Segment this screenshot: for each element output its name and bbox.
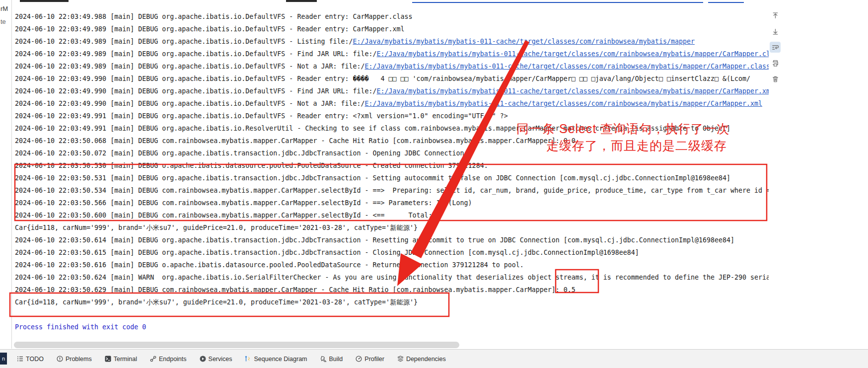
console-line: 2024-06-10 22:03:50.531 [main] DEBUG org…	[15, 172, 769, 184]
console-line: 2024-06-10 22:03:50.600 [main] DEBUG com…	[15, 209, 769, 221]
log-text: 2024-06-10 22:03:50.615 [main] DEBUG org…	[15, 249, 639, 256]
cutoff-link-underline	[412, 2, 703, 3]
log-text: 2024-06-10 22:03:49.988 [main] DEBUG org…	[15, 13, 413, 20]
log-text: 2024-06-10 22:03:49.989 [main] DEBUG org…	[15, 38, 353, 45]
console-output: 2024-06-10 22:03:49.988 [main] DEBUG org…	[15, 10, 769, 338]
tab-build[interactable]: Build	[320, 356, 343, 363]
console-line: 2024-06-10 22:03:49.989 [main] DEBUG org…	[15, 60, 769, 73]
log-text: Car{id=118, carNum='999', brand='小米su7',…	[15, 298, 418, 306]
log-text: Car{id=118, carNum='999', brand='小米su7',…	[15, 224, 418, 231]
log-text: 2024-06-10 22:03:49.990 [main] DEBUG org…	[15, 100, 364, 107]
services-icon	[200, 356, 206, 362]
console-line: Car{id=118, carNum='999', brand='小米su7',…	[15, 221, 769, 234]
console-line: 2024-06-10 22:03:49.989 [main] DEBUG org…	[15, 48, 769, 60]
log-text: 2024-06-10 22:03:50.072 [main] DEBUG org…	[15, 149, 464, 157]
file-path-link[interactable]: E:/Java/mybatis/mybatis/mybatis-011-cach…	[377, 87, 769, 95]
log-text: 2024-06-10 22:03:50.531 [main] DEBUG org…	[15, 174, 730, 182]
status-bar: TODO Problems Terminal Endpoints Service…	[0, 349, 868, 368]
console-left-divider	[11, 0, 12, 349]
cutoff-log-fragment	[286, 0, 317, 2]
cutoff-text-fragment: te	[0, 18, 6, 25]
tab-terminal[interactable]: Terminal	[105, 356, 137, 363]
file-path-link[interactable]: E:/Java/mybatis/mybatis/mybatis-011-cach…	[364, 100, 762, 107]
console-line: 2024-06-10 22:03:50.530 [main] DEBUG o.a…	[15, 159, 769, 172]
log-text: 2024-06-10 22:03:50.068 [main] DEBUG com…	[15, 137, 576, 145]
console-line: 2024-06-10 22:03:50.624 [main] WARN org.…	[15, 271, 769, 284]
log-text: 2024-06-10 22:03:50.616 [main] DEBUG o.a…	[15, 261, 524, 269]
log-text: 2024-06-10 22:03:50.614 [main] DEBUG org…	[15, 236, 734, 244]
soft-wrap-icon[interactable]	[770, 42, 781, 53]
console-line: 2024-06-10 22:03:50.534 [main] DEBUG com…	[15, 184, 769, 197]
log-text: 2024-06-10 22:03:50.624 [main] WARN org.…	[15, 274, 769, 281]
cutoff-link-underline	[708, 2, 744, 3]
log-text: 2024-06-10 22:03:50.629 [main] DEBUG com…	[15, 286, 576, 294]
file-path-link[interactable]: E:/Java/mybatis/mybatis/mybatis-011-cach…	[353, 38, 694, 45]
file-path-link[interactable]: E:/Java/mybatis/mybatis/mybatis-011-cach…	[377, 50, 769, 58]
tab-endpoints[interactable]: Endpoints	[150, 356, 187, 363]
tab-todo[interactable]: TODO	[17, 356, 44, 363]
scroll-down-icon[interactable]	[770, 26, 781, 37]
log-text: 2024-06-10 22:03:49.991 [main] DEBUG org…	[15, 112, 508, 120]
tab-sequence-diagram[interactable]: Sequence Diagram	[245, 356, 307, 363]
log-text: 2024-06-10 22:03:49.989 [main] DEBUG org…	[15, 63, 364, 70]
log-text: Process finished with exit code 0	[15, 323, 146, 331]
console-line: 2024-06-10 22:03:49.990 [main] DEBUG org…	[15, 73, 769, 85]
log-text: 2024-06-10 22:03:50.566 [main] DEBUG com…	[15, 199, 472, 207]
print-icon[interactable]	[770, 58, 781, 69]
console-line: 2024-06-10 22:03:50.629 [main] DEBUG com…	[15, 284, 769, 296]
tool-window-buttons: TODO Problems Terminal Endpoints Service…	[17, 350, 446, 368]
dependencies-icon	[397, 356, 404, 362]
cutoff-log-fragment	[20, 0, 69, 2]
scroll-up-icon[interactable]	[770, 10, 781, 21]
sequence-diagram-icon	[245, 356, 251, 362]
cutoff-tab-fragment: n	[0, 353, 7, 365]
process-finished-line: Process finished with exit code 0	[15, 321, 769, 333]
console-line: 2024-06-10 22:03:50.616 [main] DEBUG o.a…	[15, 259, 769, 271]
console-line: 2024-06-10 22:03:49.990 [main] DEBUG org…	[15, 97, 769, 110]
annotation-note-1: 同一条 Select 查询语句，执行了一次	[516, 121, 729, 137]
tab-services[interactable]: Services	[200, 356, 232, 363]
console-line: 2024-06-10 22:03:50.566 [main] DEBUG com…	[15, 197, 769, 209]
horizontal-scrollbar[interactable]	[14, 342, 459, 348]
endpoints-icon	[150, 356, 156, 362]
tab-problems[interactable]: Problems	[57, 356, 92, 363]
console-line	[15, 308, 769, 321]
problems-icon	[57, 356, 63, 362]
ide-console-window: { "colors": { "annotation_red": "#e8271e…	[0, 0, 868, 368]
log-text: 2024-06-10 22:03:50.534 [main] DEBUG com…	[15, 187, 769, 194]
tab-profiler[interactable]: Profiler	[356, 356, 384, 363]
console-line: 2024-06-10 22:03:50.614 [main] DEBUG org…	[15, 234, 769, 246]
console-line: 2024-06-10 22:03:49.988 [main] DEBUG org…	[15, 10, 769, 23]
console-line: 2024-06-10 22:03:49.989 [main] DEBUG org…	[15, 23, 769, 35]
log-text: 2024-06-10 22:03:50.600 [main] DEBUG com…	[15, 212, 440, 219]
tab-dependencies[interactable]: Dependencies	[397, 356, 446, 363]
log-text: 2024-06-10 22:03:50.530 [main] DEBUG o.a…	[15, 162, 488, 169]
terminal-icon	[105, 356, 111, 362]
todo-icon	[17, 356, 23, 362]
annotation-note-2: 走缓存了，而且走的是二级缓存	[546, 138, 727, 154]
build-icon	[320, 356, 327, 362]
log-text: 2024-06-10 22:03:49.989 [main] DEBUG org…	[15, 25, 405, 33]
console-line: Car{id=118, carNum='999', brand='小米su7',…	[15, 296, 769, 308]
clear-all-icon[interactable]	[770, 74, 781, 84]
console-toolbar	[769, 10, 782, 84]
console-line: 2024-06-10 22:03:49.990 [main] DEBUG org…	[15, 85, 769, 97]
console-line: 2024-06-10 22:03:49.989 [main] DEBUG org…	[15, 35, 769, 48]
file-path-link[interactable]: E:/Java/mybatis/mybatis/mybatis-011-cach…	[364, 63, 769, 70]
cutoff-text-fragment: rM	[0, 5, 8, 12]
log-text: 2024-06-10 22:03:49.989 [main] DEBUG org…	[15, 50, 377, 58]
log-text: 2024-06-10 22:03:49.990 [main] DEBUG org…	[15, 87, 377, 95]
log-text: 2024-06-10 22:03:49.990 [main] DEBUG org…	[15, 75, 750, 82]
profiler-icon	[356, 356, 362, 362]
console-line: 2024-06-10 22:03:50.615 [main] DEBUG org…	[15, 246, 769, 259]
